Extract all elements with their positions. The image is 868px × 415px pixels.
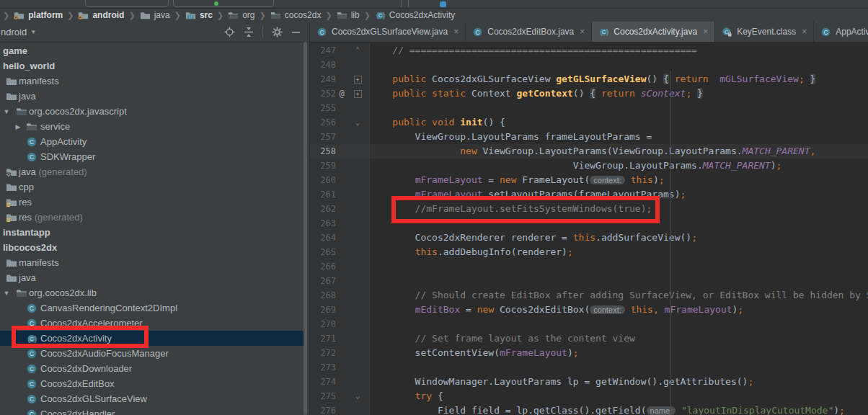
code-line-256[interactable]: 256⌄ public void init() { <box>310 115 868 130</box>
code-line-257[interactable]: 257 ViewGroup.LayoutParams frameLayoutPa… <box>310 130 868 144</box>
code-text[interactable]: mFrameLayout = new FrameLayout(context: … <box>370 173 868 187</box>
code-text[interactable]: // =====================================… <box>370 43 868 58</box>
tab-cocos2dxeditbox-java[interactable]: CCocos2dxEditBox.java× <box>466 22 592 42</box>
tree-item-org-cocos2dx-lib[interactable]: ▼org.cocos2dx.lib <box>0 285 310 300</box>
tree-item-manifests[interactable]: manifests <box>0 255 310 270</box>
code-text[interactable]: public void init() { <box>370 115 868 130</box>
toolbar-blue-icon[interactable] <box>440 1 446 7</box>
breadcrumb-item-lib[interactable]: lib <box>335 10 361 21</box>
fold-expand-icon[interactable]: + <box>354 90 362 98</box>
code-line-267[interactable]: 267 <box>310 274 868 288</box>
code-text[interactable] <box>370 317 868 331</box>
code-text[interactable]: ViewGroup.LayoutParams.MATCH_PARENT); <box>370 159 868 173</box>
code-line-275[interactable]: 275⌄ try { <box>310 389 868 403</box>
tree-item-instantapp[interactable]: instantapp <box>0 225 310 240</box>
tree-item-game[interactable]: game <box>0 43 310 58</box>
tree-item-hello-world[interactable]: hello_world <box>0 58 310 73</box>
breadcrumb-item-platform[interactable]: platform <box>12 10 64 21</box>
code-text[interactable]: Field field = lp.getClass().getField(nam… <box>370 403 868 415</box>
code-text[interactable]: try { <box>370 389 868 403</box>
fold-collapse-icon[interactable]: ⌄ <box>355 391 360 401</box>
code-line-247[interactable]: 247⌃ // ================================… <box>310 43 868 58</box>
code-line-264[interactable]: 264 Cocos2dxRenderer renderer = this.add… <box>310 231 868 245</box>
tree-item-java[interactable]: java (generated) <box>0 164 310 179</box>
code-text[interactable]: public Cocos2dxGLSurfaceView getGLSurfac… <box>370 72 868 86</box>
code-line-272[interactable]: 272 setContentView(mFrameLayout); <box>310 346 868 360</box>
gear-icon[interactable] <box>272 27 283 37</box>
code-line-249[interactable]: 249+ public Cocos2dxGLSurfaceView getGLS… <box>310 72 868 86</box>
tree-item-org-cocos2dx-javascript[interactable]: ▼org.cocos2dx.javascript <box>0 104 310 119</box>
tree-item-sdkwrapper[interactable]: CSDKWrapper <box>0 149 310 164</box>
tab-cocos2dxglsurfaceview-java[interactable]: CCocos2dxGLSurfaceView.java× <box>310 22 466 42</box>
tree-item-cocos2dxglsurfaceview[interactable]: CCocos2dxGLSurfaceView <box>0 391 310 406</box>
code-line-271[interactable]: 271 // Set frame layout as the content v… <box>310 331 868 346</box>
close-icon[interactable]: × <box>453 27 459 37</box>
close-icon[interactable]: × <box>580 27 585 37</box>
code-text[interactable]: this.addDebugInfo(renderer); <box>370 245 868 259</box>
tree-item-cocos2dxaudiofocusmanager[interactable]: CCocos2dxAudioFocusManager <box>0 346 310 361</box>
code-text[interactable] <box>370 101 868 115</box>
code-text[interactable]: WindowManager.LayoutParams lp = getWindo… <box>370 375 868 389</box>
tree-item-java[interactable]: java <box>0 270 310 285</box>
code-line-262[interactable]: 262 //mFrameLayout.setFitsSystemWindows(… <box>310 202 868 216</box>
run-config-widget-outline[interactable] <box>85 0 169 7</box>
tab-cocos2dxactivity-java[interactable]: (C)Cocos2dxActivity.java× <box>592 22 715 42</box>
code-line-273[interactable]: 273 <box>310 360 868 375</box>
collapse-all-icon[interactable] <box>244 27 254 37</box>
code-line-255[interactable]: 255 <box>310 101 868 115</box>
tree-item-service[interactable]: ▶service <box>0 119 310 134</box>
code-line-265[interactable]: 265 this.addDebugInfo(renderer); <box>310 245 868 259</box>
tree-item-manifests[interactable]: manifests <box>0 73 310 89</box>
code-text[interactable] <box>370 274 868 288</box>
code-line-260[interactable]: 260 mFrameLayout = new FrameLayout(conte… <box>310 173 868 187</box>
minimize-icon[interactable] <box>291 27 301 37</box>
fold-expand-icon[interactable]: + <box>354 76 362 84</box>
code-text[interactable]: mEditBox = new Cocos2dxEditBox(context: … <box>370 303 868 317</box>
tab-keyevent-class[interactable]: CKeyEvent.class× <box>715 22 814 42</box>
device-widget-outline[interactable] <box>173 0 274 7</box>
project-tree-scrollbar[interactable] <box>304 42 307 415</box>
code-text[interactable] <box>370 58 868 72</box>
code-line-270[interactable]: 270 <box>310 317 868 331</box>
code-line-274[interactable]: 274 WindowManager.LayoutParams lp = getW… <box>310 375 868 389</box>
code-text[interactable]: ViewGroup.LayoutParams frameLayoutParams… <box>370 130 868 144</box>
tree-item-cocos2dxhandler[interactable]: CCocos2dxHandler <box>0 406 310 415</box>
code-text[interactable]: public static Context getContext() { ret… <box>370 86 868 101</box>
tree-item-res[interactable]: res (generated) <box>0 210 310 225</box>
tree-item-canvasrenderingcontext2dimpl[interactable]: CCanvasRenderingContext2DImpl <box>0 300 310 316</box>
code-line-268[interactable]: 268 // Should create EditBox after addin… <box>310 288 868 303</box>
target-icon[interactable] <box>224 27 235 37</box>
tree-item-libcocos2dx[interactable]: libcocos2dx <box>0 240 310 255</box>
tree-item-java[interactable]: java <box>0 89 310 104</box>
code-text[interactable]: //mFrameLayout.setFitsSystemWindows(true… <box>370 202 868 216</box>
code-editor[interactable]: 247⌃ // ================================… <box>310 42 868 415</box>
code-line-258[interactable]: 258 new ViewGroup.LayoutParams(ViewGroup… <box>310 144 868 159</box>
tree-item-cocos2dxaccelerometer[interactable]: CCocos2dxAccelerometer <box>0 316 310 331</box>
fold-collapse-icon[interactable]: ⌄ <box>355 117 360 127</box>
code-line-276[interactable]: 276 Field field = lp.getClass().getField… <box>310 403 868 415</box>
code-text[interactable]: new ViewGroup.LayoutParams(ViewGroup.Lay… <box>370 144 868 159</box>
code-line-261[interactable]: 261 mFrameLayout.setLayoutParams(frameLa… <box>310 187 868 202</box>
close-icon[interactable]: × <box>802 27 807 37</box>
expanded-arrow-icon[interactable]: ▼ <box>2 290 11 297</box>
code-line-263[interactable]: 263 <box>310 216 868 231</box>
expanded-arrow-icon[interactable]: ▼ <box>2 108 11 115</box>
code-text[interactable]: Cocos2dxRenderer renderer = this.addSurf… <box>370 231 868 245</box>
code-text[interactable]: setContentView(mFrameLayout); <box>370 346 868 360</box>
tree-item-cocos2dxdownloader[interactable]: CCocos2dxDownloader <box>0 361 310 376</box>
breadcrumb-item-src[interactable]: src <box>184 10 214 21</box>
fold-end-icon[interactable]: ⌃ <box>355 45 360 55</box>
code-text[interactable] <box>370 360 868 375</box>
close-icon[interactable]: × <box>703 27 708 37</box>
tree-item-cocos2dxeditbox[interactable]: CCocos2dxEditBox <box>0 376 310 391</box>
breadcrumb-item-cocos2dx[interactable]: cocos2dx <box>269 10 323 21</box>
breadcrumb-item-org[interactable]: org <box>226 10 256 21</box>
tree-item-cpp[interactable]: cpp <box>0 179 310 195</box>
code-line-252[interactable]: 252@+ public static Context getContext()… <box>310 86 868 101</box>
breadcrumb-item-java[interactable]: java <box>138 10 172 21</box>
code-text[interactable]: // Set frame layout as the content view <box>370 331 868 346</box>
tree-item-res[interactable]: res <box>0 195 310 210</box>
code-line-266[interactable]: 266 <box>310 259 868 274</box>
code-text[interactable] <box>370 259 868 274</box>
code-text[interactable]: mFrameLayout.setLayoutParams(frameLayout… <box>370 187 868 202</box>
